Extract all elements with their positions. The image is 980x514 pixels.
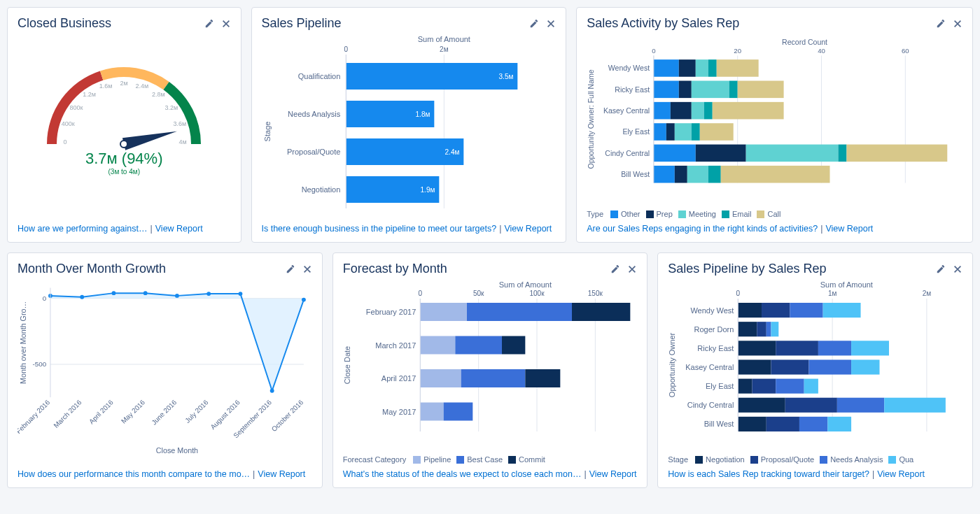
svg-text:60: 60 [902, 47, 909, 55]
card-question: Are our Sales Reps engaging in the right… [587, 224, 818, 234]
card-title: Sales Activity by Sales Rep [587, 16, 739, 31]
svg-text:2м: 2м [120, 80, 128, 87]
view-report-link[interactable]: View Report [877, 469, 925, 479]
close-icon[interactable] [953, 264, 962, 274]
gauge-value: 3.7м (94%) [85, 150, 163, 168]
svg-text:2м: 2м [923, 290, 932, 297]
svg-text:2.4м: 2.4м [136, 83, 149, 90]
card-sales-activity: Sales Activity by Sales Rep Record Count… [576, 7, 973, 243]
svg-rect-162 [785, 398, 837, 413]
svg-text:150к: 150к [587, 290, 603, 297]
view-report-link[interactable]: View Report [825, 224, 873, 234]
view-report-link[interactable]: View Report [155, 224, 203, 234]
svg-text:0: 0 [418, 290, 422, 297]
svg-text:Bill West: Bill West [704, 420, 734, 428]
svg-text:June 2016: June 2016 [150, 399, 178, 427]
card-pipeline-by-rep: Sales Pipeline by Sales Rep Sum of Amoun… [657, 252, 973, 488]
card-title: Forecast by Month [343, 262, 447, 276]
svg-text:March 2016: March 2016 [52, 399, 83, 429]
svg-rect-44 [717, 59, 759, 77]
svg-text:March 2017: March 2017 [375, 341, 416, 350]
svg-rect-169 [828, 417, 852, 431]
svg-text:Kasey Central: Kasey Central [686, 363, 734, 371]
line-chart: 0-500February 2016March 2016April 2016Ma… [18, 279, 312, 464]
svg-rect-139 [823, 303, 861, 317]
svg-text:Ricky East: Ricky East [698, 344, 734, 352]
edit-icon[interactable] [936, 264, 946, 274]
svg-text:2м: 2м [440, 45, 449, 53]
close-icon[interactable] [953, 19, 962, 29]
svg-text:Wendy West: Wendy West [608, 64, 650, 72]
svg-rect-40 [654, 59, 679, 77]
svg-text:Record Count: Record Count [782, 38, 827, 46]
svg-rect-121 [461, 369, 525, 387]
edit-icon[interactable] [529, 19, 539, 29]
close-icon[interactable] [221, 19, 231, 29]
svg-rect-68 [847, 145, 948, 162]
close-icon[interactable] [627, 264, 637, 274]
svg-rect-73 [708, 166, 721, 183]
svg-rect-49 [729, 81, 738, 99]
svg-rect-53 [671, 102, 692, 120]
svg-rect-70 [654, 166, 675, 183]
svg-text:800к: 800к [70, 104, 83, 111]
svg-text:50к: 50к [473, 290, 484, 297]
svg-rect-166 [738, 417, 766, 431]
svg-text:3.2м: 3.2м [165, 104, 178, 111]
card-question: Is there enough business in the pipeline… [262, 224, 497, 234]
svg-text:Negotiation: Negotiation [301, 185, 340, 194]
view-report-link[interactable]: View Report [504, 224, 552, 234]
svg-rect-113 [467, 303, 572, 321]
svg-rect-146 [738, 341, 776, 355]
svg-text:20: 20 [734, 47, 742, 55]
svg-text:Opportunity Owner: Full Name: Opportunity Owner: Full Name [587, 69, 595, 169]
svg-point-87 [206, 292, 211, 296]
svg-rect-72 [687, 166, 708, 183]
svg-text:0: 0 [652, 47, 655, 55]
chart-legend: Forecast CategoryPipelineBest CaseCommit [343, 455, 638, 464]
svg-text:1.2м: 1.2м [83, 91, 97, 98]
svg-rect-116 [420, 336, 455, 355]
svg-rect-168 [799, 417, 827, 431]
svg-text:Kasey Central: Kasey Central [603, 106, 650, 115]
svg-rect-144 [771, 322, 779, 336]
edit-icon[interactable] [204, 19, 214, 29]
svg-rect-60 [675, 123, 692, 141]
svg-rect-117 [455, 336, 502, 355]
svg-text:2.4м: 2.4м [444, 148, 459, 156]
card-question: What's the status of the deals we expect… [343, 469, 582, 479]
view-report-link[interactable]: View Report [589, 469, 637, 479]
svg-rect-138 [790, 303, 823, 317]
card-question: How does our performance this month comp… [18, 469, 250, 479]
svg-rect-143 [766, 322, 771, 336]
view-report-link[interactable]: View Report [258, 469, 305, 479]
svg-text:Roger Dorn: Roger Dorn [694, 325, 734, 334]
svg-rect-47 [679, 81, 692, 99]
card-sales-pipeline: Sales Pipeline Sum of Amount02мQualifica… [251, 7, 567, 243]
edit-icon[interactable] [936, 19, 946, 29]
svg-text:October 2016: October 2016 [270, 399, 305, 434]
svg-text:Sum of Amount: Sum of Amount [417, 35, 470, 43]
svg-rect-64 [654, 145, 696, 162]
svg-text:May 2017: May 2017 [382, 408, 416, 416]
svg-point-85 [144, 291, 148, 295]
gauge-chart: 0400к800к1.2м1.6м2м2.4м2.8м3.2м3.6м4м 3.… [18, 34, 231, 218]
svg-rect-147 [776, 341, 819, 355]
svg-rect-159 [804, 379, 818, 394]
svg-text:Cindy Central: Cindy Central [605, 149, 650, 157]
close-icon[interactable] [302, 264, 312, 274]
close-icon[interactable] [546, 19, 556, 29]
svg-text:3.6м: 3.6м [174, 120, 187, 127]
svg-point-89 [270, 389, 274, 393]
svg-text:40: 40 [818, 47, 825, 55]
svg-text:2.8м: 2.8м [152, 91, 165, 98]
svg-rect-164 [885, 398, 946, 413]
svg-point-90 [302, 298, 306, 302]
svg-text:-500: -500 [33, 360, 47, 368]
edit-icon[interactable] [286, 264, 295, 274]
svg-rect-167 [766, 417, 799, 431]
svg-rect-141 [738, 322, 757, 336]
edit-icon[interactable] [610, 264, 620, 274]
chart-legend: StageNegotiationProposal/QuoteNeeds Anal… [668, 455, 962, 464]
svg-text:Needs Analysis: Needs Analysis [288, 110, 341, 118]
